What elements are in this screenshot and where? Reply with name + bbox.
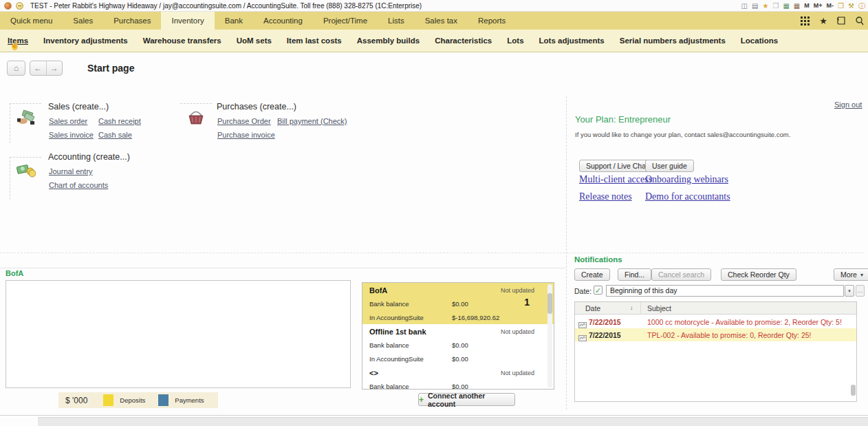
- notifications-table: Date ↓ Subject 7/22/2015 1000 cc motorcy…: [574, 301, 857, 402]
- subtab-characteristics[interactable]: Characteristics: [427, 36, 499, 45]
- sign-out-link[interactable]: Sign out: [834, 100, 862, 109]
- notifications-table-header[interactable]: Date ↓ Subject: [575, 302, 856, 315]
- inventory-submenu: Items Inventory adjustments Warehouse tr…: [0, 30, 868, 52]
- save-icon[interactable]: ◫: [741, 0, 748, 12]
- forward-button[interactable]: →: [47, 61, 63, 75]
- menu-sales-tax[interactable]: Sales tax: [415, 12, 468, 30]
- date-filter-input[interactable]: Beginning of this day: [606, 285, 844, 297]
- create-button[interactable]: Create: [574, 268, 610, 281]
- add-favorite-icon[interactable]: ★: [762, 0, 768, 12]
- sales-money-hand-icon: [17, 109, 36, 127]
- notifications-scrollbar-thumb[interactable]: [851, 385, 856, 396]
- page-icon[interactable]: ❐: [772, 0, 779, 12]
- print-icon[interactable]: ▤: [752, 0, 758, 12]
- search-icon[interactable]: [856, 17, 864, 25]
- home-button[interactable]: ⌂: [7, 61, 25, 76]
- purchase-invoice-link[interactable]: Purchase invoice: [217, 131, 275, 139]
- menu-reports[interactable]: Reports: [468, 12, 516, 30]
- account-row-offline-1st-bank[interactable]: Offline 1st bank Not updated Bank balanc…: [362, 324, 554, 365]
- titlebar-toolbar: ◫ ▤ ★ ❐ ▦ ▦ M M+ M- ❐ ⚒ ⓘ: [741, 0, 865, 12]
- accounts-scrollbar-thumb[interactable]: [547, 293, 552, 314]
- subtab-inventory-adjustments[interactable]: Inventory adjustments: [36, 36, 135, 45]
- subtab-lots[interactable]: Lots: [499, 36, 531, 45]
- history-nav-buttons: ← →: [30, 61, 63, 76]
- bill-payment-check-link[interactable]: Bill payment (Check): [277, 117, 347, 125]
- cancel-search-button[interactable]: Cancel search: [651, 268, 711, 281]
- more-button[interactable]: More ▾: [834, 268, 868, 281]
- notifications-scrollbar[interactable]: [851, 316, 856, 401]
- find-button[interactable]: Find...: [618, 268, 651, 281]
- window-menu-icon[interactable]: [16, 2, 23, 10]
- subtab-locations[interactable]: Locations: [733, 36, 785, 45]
- date-filter-checkbox[interactable]: ✓: [594, 286, 603, 295]
- onboarding-webinars-link[interactable]: Onboarding webinars: [645, 174, 728, 185]
- favorites-star-icon[interactable]: ★: [819, 16, 827, 26]
- date-dropdown-button[interactable]: ▾: [845, 285, 854, 297]
- account-row-unnamed[interactable]: <> Not updated Bank balance $0.00: [362, 365, 554, 390]
- subtab-warehouse-transfers[interactable]: Warehouse transfers: [135, 36, 229, 45]
- connect-another-account-label: Connect another account: [428, 392, 514, 408]
- menu-bank[interactable]: Bank: [215, 12, 253, 30]
- support-live-chat-button[interactable]: Support / Live Chat: [579, 160, 655, 172]
- notification-date: 7/22/2015: [589, 318, 621, 326]
- menu-quick-menu[interactable]: Quick menu: [0, 12, 63, 30]
- main-menubar: Quick menu Sales Purchases Inventory Ban…: [0, 12, 868, 30]
- accountingsuite-app: TEST - Peter Rabbit's Highway Hideaway /…: [0, 0, 868, 426]
- calculator-icon[interactable]: ▦: [783, 0, 789, 12]
- check-reorder-qty-button[interactable]: Check Reorder Qty: [721, 268, 796, 281]
- accounts-scrollbar[interactable]: [547, 284, 552, 387]
- menu-inventory[interactable]: Inventory: [161, 12, 214, 30]
- subject-column-header[interactable]: Subject: [647, 304, 671, 312]
- notes-icon[interactable]: ❐: [838, 0, 844, 12]
- purchases-icon-cell: [180, 103, 212, 143]
- subtab-assembly-builds[interactable]: Assembly builds: [349, 36, 427, 45]
- chevron-down-icon: ▾: [860, 272, 863, 278]
- column-divider[interactable]: [640, 302, 641, 315]
- tools-icon[interactable]: ⚒: [848, 0, 854, 12]
- menu-project-time[interactable]: Project/Time: [313, 12, 378, 30]
- sales-order-link[interactable]: Sales order: [49, 117, 87, 125]
- account-status: Not updated: [501, 328, 534, 335]
- account-name: <>: [369, 369, 378, 377]
- sales-invoice-link[interactable]: Sales invoice: [49, 131, 94, 139]
- date-filter-label: Date:: [574, 287, 592, 295]
- history-scroll-icon[interactable]: [837, 17, 846, 25]
- notification-subject: TPL-002 - Available to promise: 0, Reord…: [647, 331, 812, 339]
- account-row-bofa[interactable]: BofA Not updated Bank balance $0.00 1 In…: [362, 283, 554, 324]
- menu-sales[interactable]: Sales: [63, 12, 103, 30]
- back-button[interactable]: ←: [30, 61, 47, 75]
- payments-swatch-icon: [158, 394, 169, 406]
- in-accountingsuite-label: In AccountingSuite: [369, 355, 424, 363]
- chart-section-divider: [0, 268, 565, 268]
- menu-accounting[interactable]: Accounting: [253, 12, 313, 30]
- subtab-uom-sets[interactable]: UoM sets: [229, 36, 279, 45]
- multi-client-access-link[interactable]: Multi-client access: [579, 174, 652, 185]
- user-guide-button[interactable]: User guide: [645, 160, 694, 172]
- demo-for-accountants-link[interactable]: Demo for accountants: [645, 191, 730, 202]
- notification-row[interactable]: 7/22/2015 TPL-002 - Available to promise…: [575, 328, 856, 341]
- info-icon[interactable]: ⓘ: [858, 0, 865, 12]
- memory-icon[interactable]: M: [804, 0, 810, 12]
- memory-plus-icon[interactable]: M+: [814, 0, 823, 12]
- release-notes-link[interactable]: Release notes: [579, 191, 632, 202]
- subtab-serial-numbers-adjustments[interactable]: Serial numbers adjustments: [612, 36, 733, 45]
- purchase-order-link[interactable]: Purchase Order: [217, 117, 271, 125]
- chart-of-accounts-link[interactable]: Chart of accounts: [49, 181, 108, 189]
- cash-receipt-link[interactable]: Cash receipt: [98, 117, 141, 125]
- journal-entry-link[interactable]: Journal entry: [49, 167, 93, 175]
- date-column-header[interactable]: Date: [585, 304, 600, 312]
- calendar-icon[interactable]: ▦: [794, 0, 800, 12]
- subtab-lots-adjustments[interactable]: Lots adjustments: [532, 36, 612, 45]
- menu-purchases[interactable]: Purchases: [103, 12, 161, 30]
- connect-another-account-button[interactable]: + Connect another account: [418, 393, 515, 406]
- apps-grid-icon[interactable]: [801, 17, 810, 25]
- subtab-item-last-costs[interactable]: Item last costs: [279, 36, 349, 45]
- notification-row[interactable]: 7/22/2015 1000 cc motorcycle - Available…: [575, 315, 856, 328]
- cash-sale-link[interactable]: Cash sale: [98, 131, 132, 139]
- bank-balance-value: $0.00: [452, 341, 468, 349]
- date-more-options-button[interactable]: …: [856, 285, 865, 297]
- account-count-badge: 1: [524, 297, 530, 308]
- menu-lists[interactable]: Lists: [378, 12, 415, 30]
- memory-minus-icon[interactable]: M-: [827, 0, 834, 12]
- app-logo-icon[interactable]: [4, 2, 12, 10]
